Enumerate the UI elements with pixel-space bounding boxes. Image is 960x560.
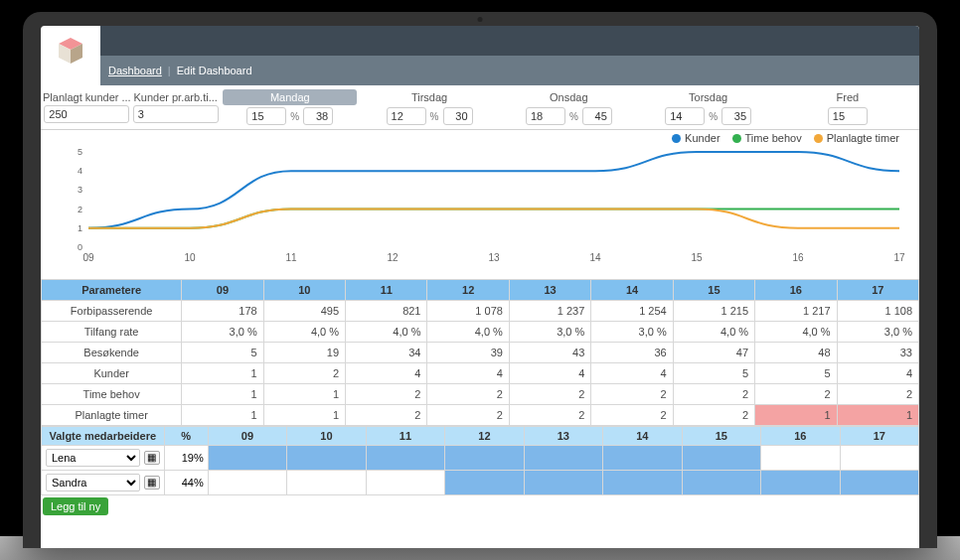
- param-cell: 4: [427, 363, 509, 384]
- svg-text:11: 11: [285, 252, 297, 263]
- customers-per-hour-input[interactable]: [133, 105, 219, 123]
- day-tab[interactable]: Torsdag: [641, 89, 775, 105]
- schedule-cell[interactable]: [287, 471, 366, 495]
- param-cell: 2: [591, 405, 673, 426]
- day-value-1[interactable]: [828, 107, 868, 125]
- schedule-cell[interactable]: [524, 471, 602, 495]
- param-cell: 4,0 %: [755, 322, 837, 343]
- svg-text:0: 0: [78, 242, 82, 252]
- param-cell: 2: [346, 405, 427, 426]
- title-bar: [100, 26, 919, 56]
- param-cell: 821: [346, 301, 427, 322]
- day-value-2[interactable]: [582, 107, 612, 125]
- legend-time-behov: Time behov: [745, 132, 802, 144]
- day-value-1[interactable]: [387, 107, 426, 125]
- app-screen: Dashboard | Edit Dashboard Planlagt kund…: [41, 26, 919, 548]
- schedule-cell[interactable]: [840, 446, 919, 471]
- hour-header: 16: [755, 280, 837, 301]
- param-cell: 34: [346, 343, 427, 363]
- staff-header-label: Valgte medarbeidere: [42, 427, 165, 446]
- schedule-cell[interactable]: [208, 446, 286, 471]
- staff-pct: 19%: [164, 446, 208, 471]
- param-cell: 19: [263, 343, 345, 363]
- day-value-2[interactable]: [721, 107, 751, 125]
- param-cell: 3,0 %: [591, 322, 673, 343]
- day-value-1[interactable]: [246, 107, 286, 125]
- param-cell: 3,0 %: [837, 322, 918, 343]
- svg-text:3: 3: [78, 185, 82, 195]
- param-cell: 2: [509, 384, 590, 405]
- schedule-cell[interactable]: [208, 471, 286, 495]
- param-cell: 2: [427, 405, 509, 426]
- schedule-cell[interactable]: [603, 446, 682, 471]
- param-cell: 1: [263, 405, 345, 426]
- schedule-cell[interactable]: [682, 471, 760, 495]
- param-cell: 2: [509, 405, 590, 426]
- svg-text:1: 1: [78, 223, 82, 233]
- day-tab[interactable]: Mandag: [223, 89, 357, 105]
- calendar-icon[interactable]: ▦: [144, 476, 160, 490]
- schedule-cell[interactable]: [445, 471, 524, 495]
- day-value-2[interactable]: [443, 107, 473, 125]
- day-tab[interactable]: Tirsdag: [363, 89, 497, 105]
- schedule-cell[interactable]: [366, 446, 444, 471]
- tab-edit-dashboard[interactable]: Edit Dashboard: [177, 65, 252, 76]
- staff-hour-header: 09: [208, 427, 286, 446]
- param-cell: 4,0 %: [427, 322, 509, 343]
- hour-header: 14: [591, 280, 673, 301]
- day-value-2[interactable]: [303, 107, 333, 125]
- legend-planlagte: Planlagte timer: [827, 132, 899, 144]
- param-cell: 1: [182, 405, 263, 426]
- schedule-cell[interactable]: [761, 446, 840, 471]
- schedule-cell[interactable]: [287, 446, 366, 471]
- param-cell: 1 217: [755, 301, 837, 322]
- staff-select[interactable]: Lena: [46, 449, 140, 467]
- laptop-camera: [478, 17, 483, 22]
- parameters-table: Parametere091011121314151617Forbipassere…: [41, 279, 919, 426]
- schedule-cell[interactable]: [682, 446, 760, 471]
- param-cell: 1: [182, 363, 263, 384]
- percent-label: %: [288, 111, 301, 122]
- schedule-cell[interactable]: [445, 446, 524, 471]
- tab-dashboard[interactable]: Dashboard: [108, 65, 162, 76]
- staff-name-cell: Lena▦: [42, 446, 165, 471]
- hour-header: 10: [263, 280, 345, 301]
- hour-header: 12: [427, 280, 509, 301]
- staff-hour-header: 13: [524, 427, 602, 446]
- add-new-button[interactable]: Legg til ny: [43, 497, 108, 515]
- schedule-cell[interactable]: [840, 471, 919, 495]
- legend-kunder: Kunder: [685, 132, 720, 144]
- day-value-1[interactable]: [526, 107, 565, 125]
- chart-area: Kunder Time behov Planlagte timer 012345…: [41, 130, 919, 279]
- app-logo: [41, 26, 100, 85]
- schedule-cell[interactable]: [761, 471, 840, 495]
- param-cell: 3,0 %: [182, 322, 263, 343]
- param-cell: 2: [346, 384, 427, 405]
- schedule-cell[interactable]: [524, 446, 602, 471]
- param-cell: 2: [673, 405, 754, 426]
- schedule-cell[interactable]: [366, 471, 444, 495]
- param-cell: 1: [837, 405, 918, 426]
- staff-select[interactable]: Sandra: [46, 474, 140, 491]
- customers-per-hour-label: Kunder pr.arb.ti...: [133, 91, 217, 105]
- staff-hour-header: 14: [603, 427, 682, 446]
- planned-customers-input[interactable]: [44, 105, 129, 123]
- nav-divider: |: [168, 65, 171, 76]
- day-value-1[interactable]: [665, 107, 705, 125]
- day-column: Torsdag%: [638, 89, 777, 125]
- hour-header: 15: [673, 280, 754, 301]
- day-column: Fred: [778, 89, 917, 125]
- param-cell: 2: [755, 384, 837, 405]
- schedule-cell[interactable]: [603, 471, 682, 495]
- day-tab[interactable]: Fred: [781, 89, 915, 105]
- param-name: Planlagte timer: [42, 405, 182, 426]
- chart-svg: 012345091011121314151617: [67, 136, 909, 265]
- calendar-icon[interactable]: ▦: [144, 451, 160, 465]
- staff-hour-header: 17: [840, 427, 919, 446]
- day-column: Onsdag%: [499, 89, 638, 125]
- param-cell: 4: [509, 363, 590, 384]
- svg-text:14: 14: [589, 252, 601, 263]
- day-tab[interactable]: Onsdag: [502, 89, 636, 105]
- percent-label: %: [567, 111, 580, 122]
- param-cell: 48: [755, 343, 837, 363]
